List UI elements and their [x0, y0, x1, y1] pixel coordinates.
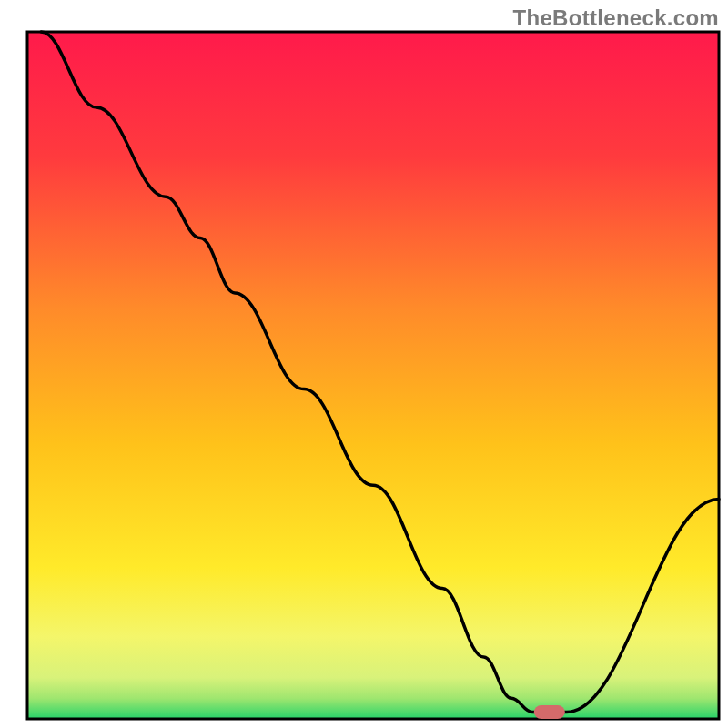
min-marker [534, 705, 565, 719]
chart-svg [0, 0, 728, 728]
gradient-fill [27, 32, 719, 719]
chart-canvas: TheBottleneck.com [0, 0, 728, 728]
